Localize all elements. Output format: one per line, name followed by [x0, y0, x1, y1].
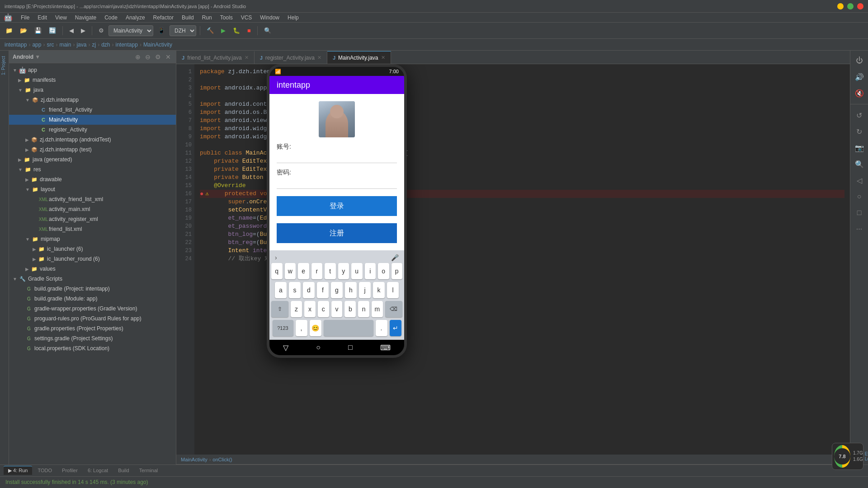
- sync-btn[interactable]: 🔄: [46, 26, 59, 35]
- zoom-btn[interactable]: 🔍: [853, 158, 866, 170]
- circle-btn[interactable]: ○: [853, 190, 866, 203]
- tab-mainactivity[interactable]: J MainActivity.java ✕: [327, 51, 391, 64]
- key-c[interactable]: c: [318, 301, 329, 317]
- save-btn[interactable]: 💾: [32, 26, 44, 35]
- nav-keyboard-btn[interactable]: ⌨: [380, 343, 391, 352]
- key-n[interactable]: n: [358, 301, 369, 317]
- tree-item-gradle-properties[interactable]: G gradle.properties (Project Properties): [9, 324, 176, 333]
- breadcrumb-dzh[interactable]: dzh: [101, 42, 110, 48]
- key-u[interactable]: u: [351, 263, 363, 279]
- key-d[interactable]: d: [303, 282, 315, 298]
- tree-item-local-properties[interactable]: G local.properties (SDK Location): [9, 343, 176, 353]
- breadcrumb-intentapp2[interactable]: intentapp: [115, 42, 137, 48]
- volume-down-btn[interactable]: 🔇: [853, 87, 866, 99]
- bottom-tab-terminal[interactable]: Terminal: [135, 466, 163, 474]
- menu-tools[interactable]: Tools: [217, 14, 236, 22]
- key-shift[interactable]: ⇧: [271, 301, 288, 317]
- key-period[interactable]: .: [376, 320, 387, 336]
- expand-all-btn[interactable]: ⊕: [134, 53, 142, 61]
- menu-run[interactable]: Run: [198, 14, 216, 22]
- breadcrumb-intentapp[interactable]: intentapp: [5, 42, 27, 48]
- key-space[interactable]: [324, 320, 373, 336]
- run-btn[interactable]: ▶: [218, 26, 228, 35]
- project-tab[interactable]: 1: Project: [0, 52, 9, 79]
- volume-up-btn[interactable]: 🔊: [853, 70, 866, 83]
- tree-item-java-generated[interactable]: ▶ 📁 java (generated): [9, 155, 176, 164]
- nav-recent-btn[interactable]: □: [348, 343, 353, 352]
- tree-item-activity-friend[interactable]: XML activity_friend_list_xml: [9, 194, 176, 204]
- tree-item-layout[interactable]: ▼ 📁 layout: [9, 184, 176, 194]
- tab-register[interactable]: J register_Activity.java ✕: [255, 51, 327, 64]
- nav-back-btn[interactable]: ▽: [283, 343, 288, 352]
- account-input[interactable]: [277, 147, 397, 163]
- menu-navigate[interactable]: Navigate: [71, 14, 100, 22]
- key-x[interactable]: x: [304, 301, 316, 317]
- menu-file[interactable]: File: [17, 14, 33, 22]
- bottom-tab-logcat[interactable]: 6: Logcat: [83, 466, 113, 474]
- breadcrumb-zj[interactable]: zj: [92, 42, 96, 48]
- key-o[interactable]: o: [378, 263, 389, 279]
- close-tab-1[interactable]: ✕: [245, 55, 249, 61]
- new-project-btn[interactable]: 📁: [3, 26, 15, 35]
- close-btn[interactable]: [857, 3, 863, 9]
- key-q[interactable]: q: [271, 263, 283, 279]
- tree-item-ic-launcher-round[interactable]: ▶ 📁 ic_launcher_round (6): [9, 254, 176, 264]
- rotate-right-btn[interactable]: ↻: [853, 125, 866, 138]
- key-y[interactable]: y: [338, 263, 349, 279]
- tree-item-drawable[interactable]: ▶ 📁 drawable: [9, 174, 176, 184]
- menu-vcs[interactable]: VCS: [237, 14, 256, 22]
- tree-item-app[interactable]: ▼ 🤖 app: [9, 65, 176, 75]
- breadcrumb-mainactivity[interactable]: MainActivity: [143, 42, 172, 48]
- register-button[interactable]: 注册: [277, 223, 397, 243]
- breadcrumb-src[interactable]: src: [47, 42, 54, 48]
- tree-item-activity-register-xml[interactable]: XML activity_register_xml: [9, 214, 176, 224]
- stop-btn[interactable]: ■: [245, 26, 254, 35]
- key-a[interactable]: a: [275, 282, 287, 298]
- settings-btn[interactable]: ⚙: [154, 53, 162, 61]
- key-l[interactable]: l: [387, 282, 399, 298]
- login-button[interactable]: 登录: [277, 196, 397, 216]
- run-configuration-dropdown[interactable]: MainActivity: [108, 25, 153, 36]
- bottom-tab-todo[interactable]: TODO: [33, 466, 57, 474]
- key-e[interactable]: e: [298, 263, 309, 279]
- key-k[interactable]: k: [373, 282, 385, 298]
- screenshot-btn[interactable]: 📷: [853, 141, 866, 154]
- key-f[interactable]: f: [317, 282, 329, 298]
- menu-refactor[interactable]: Refactor: [150, 14, 177, 22]
- tree-item-res[interactable]: ▼ 📁 res: [9, 164, 176, 174]
- menu-code[interactable]: Code: [101, 14, 121, 22]
- menu-analyze[interactable]: Analyze: [122, 14, 149, 22]
- tree-item-gradle-wrapper[interactable]: G gradle-wrapper.properties (Gradle Vers…: [9, 304, 176, 314]
- open-btn[interactable]: 📂: [17, 26, 30, 35]
- breadcrumb-app[interactable]: app: [32, 42, 41, 48]
- tree-item-build-gradle-project[interactable]: G build.gradle (Project: intentapp): [9, 284, 176, 294]
- menu-build[interactable]: Build: [178, 14, 198, 22]
- search-everywhere-btn[interactable]: 🔍: [261, 26, 274, 35]
- tab-friend-list[interactable]: J friend_list_Activity.java ✕: [176, 51, 255, 64]
- key-r[interactable]: r: [311, 263, 323, 279]
- key-t[interactable]: t: [325, 263, 336, 279]
- bottom-tab-build[interactable]: Build: [113, 466, 133, 474]
- back-nav-btn[interactable]: ◁: [853, 174, 866, 187]
- power-btn[interactable]: ⏻: [853, 54, 866, 67]
- key-i[interactable]: i: [365, 263, 376, 279]
- tree-item-build-gradle-module[interactable]: G build.gradle (Module: app): [9, 294, 176, 304]
- tree-item-activity-main-xml[interactable]: XML activity_main.xml: [9, 204, 176, 214]
- key-emoji[interactable]: 😊: [310, 320, 321, 336]
- key-enter[interactable]: ↵: [390, 320, 401, 336]
- tree-item-mainactivity[interactable]: C MainActivity: [9, 115, 176, 125]
- password-input[interactable]: [277, 173, 397, 189]
- run-config-selector[interactable]: ⚙: [96, 26, 107, 35]
- tree-item-mipmap[interactable]: ▼ 📁 mipmap: [9, 234, 176, 244]
- breadcrumb-main[interactable]: main: [59, 42, 71, 48]
- close-tab-2[interactable]: ✕: [317, 55, 321, 61]
- tree-item-ic-launcher[interactable]: ▶ 📁 ic_launcher (6): [9, 244, 176, 254]
- tree-item-settings-gradle[interactable]: G settings.gradle (Project Settings): [9, 333, 176, 343]
- tree-item-values[interactable]: ▶ 📁 values: [9, 264, 176, 274]
- key-g[interactable]: g: [331, 282, 343, 298]
- debug-btn[interactable]: 🐛: [230, 26, 243, 35]
- close-panel-btn[interactable]: ✕: [164, 53, 172, 61]
- key-p[interactable]: p: [392, 263, 403, 279]
- menu-help[interactable]: Help: [284, 14, 302, 22]
- tree-item-gradle-scripts[interactable]: ▼ 🔧 Gradle Scripts: [9, 274, 176, 284]
